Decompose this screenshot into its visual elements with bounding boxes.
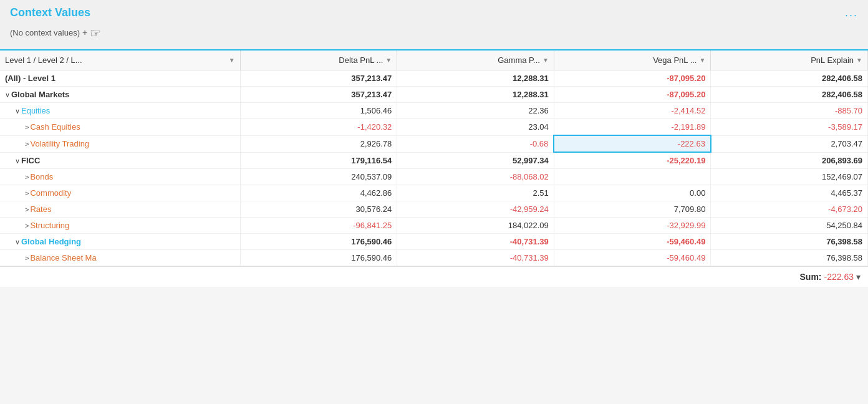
cell-delta-volatility-trading: 2,926.78 [240, 135, 397, 152]
cell-level-cash-equities: > Cash Equities [0, 119, 240, 136]
cell-level-rates: > Rates [0, 201, 240, 218]
collapse-icon[interactable]: ∨ [15, 238, 20, 246]
expand-icon[interactable]: > [25, 173, 29, 181]
cell-pnl-all-level1: 282,406.58 [711, 70, 868, 87]
cell-pnl-commodity: 4,465.37 [711, 185, 868, 201]
col-header-pnl[interactable]: PnL Explain ▼ [711, 50, 868, 70]
sum-dropdown[interactable]: ▾ [856, 272, 861, 282]
cell-vega-volatility-trading[interactable]: -222.63 [554, 135, 711, 152]
cell-vega-equities: -2,414.52 [554, 103, 711, 119]
context-header: Context Values ... [10, 6, 858, 19]
top-section: Context Values ... (No context values) +… [0, 0, 868, 50]
col-header-vega[interactable]: Vega PnL ... ▼ [554, 50, 711, 70]
col-dropdown-level[interactable]: ▼ [229, 57, 235, 64]
level-label: Global Markets [11, 90, 69, 99]
cell-pnl-bonds: 152,469.07 [711, 169, 868, 185]
expand-icon[interactable]: > [25, 254, 29, 262]
cell-gamma-global-markets: 12,288.31 [397, 87, 554, 103]
collapse-icon[interactable]: ∨ [5, 91, 10, 99]
expand-icon[interactable]: > [25, 206, 29, 213]
cell-gamma-equities: 22.36 [397, 103, 554, 119]
table-row: ∨ Global Hedging176,590.46-40,731.39-59,… [0, 234, 868, 250]
cell-pnl-balance-sheet-ma: 76,398.58 [711, 250, 868, 266]
level-label[interactable]: Rates [30, 204, 51, 214]
level-label[interactable]: Global Hedging [21, 237, 81, 246]
no-context-row: (No context values) + ☞ [10, 24, 858, 41]
level-label[interactable]: Equities [21, 106, 50, 115]
cell-vega-bonds [554, 169, 711, 185]
col-header-delta[interactable]: Delta PnL ... ▼ [240, 50, 397, 70]
cell-level-global-hedging: ∨ Global Hedging [0, 234, 240, 250]
cell-vega-structuring: -32,929.99 [554, 218, 711, 234]
level-label[interactable]: Bonds [30, 172, 53, 181]
expand-icon[interactable]: > [25, 190, 29, 197]
sum-bar: Sum: -222.63 ▾ [0, 266, 868, 287]
cell-gamma-rates: -42,959.24 [397, 201, 554, 218]
cell-vega-cash-equities: -2,191.89 [554, 119, 711, 136]
level-label[interactable]: Balance Sheet Ma [30, 253, 96, 262]
expand-icon[interactable]: > [25, 140, 29, 148]
cell-vega-commodity: 0.00 [554, 185, 711, 201]
table-header-row: Level 1 / Level 2 / L... ▼ Delta PnL ...… [0, 50, 868, 70]
table-row: > Volatility Trading2,926.78-0.68-222.63… [0, 135, 868, 152]
table-section: Level 1 / Level 2 / L... ▼ Delta PnL ...… [0, 50, 868, 266]
cell-gamma-global-hedging: -40,731.39 [397, 234, 554, 250]
cell-vega-ficc: -25,220.19 [554, 152, 711, 169]
no-context-label: (No context values) [10, 28, 80, 37]
collapse-icon[interactable]: ∨ [15, 157, 20, 165]
sum-label: Sum: [800, 272, 822, 282]
cell-delta-bonds: 240,537.09 [240, 169, 397, 185]
cell-gamma-commodity: 2.51 [397, 185, 554, 201]
col-dropdown-delta[interactable]: ▼ [385, 57, 392, 64]
expand-icon[interactable]: > [25, 222, 29, 229]
col-dropdown-gamma[interactable]: ▼ [542, 57, 549, 64]
cell-delta-global-markets: 357,213.47 [240, 87, 397, 103]
expand-icon[interactable]: > [25, 123, 29, 131]
cell-pnl-cash-equities: -3,589.17 [711, 119, 868, 136]
col-header-level[interactable]: Level 1 / Level 2 / L... ▼ [0, 50, 240, 70]
cell-level-ficc: ∨ FICC [0, 152, 240, 169]
cell-level-commodity: > Commodity [0, 185, 240, 201]
cell-pnl-global-hedging: 76,398.58 [711, 234, 868, 250]
cell-vega-global-hedging: -59,460.49 [554, 234, 711, 250]
cell-delta-commodity: 4,462.86 [240, 185, 397, 201]
cell-vega-rates: 7,709.80 [554, 201, 711, 218]
table-row: ∨ Equities1,506.4622.36-2,414.52-885.70 [0, 103, 868, 119]
cell-delta-all-level1: 357,213.47 [240, 70, 397, 87]
col-header-gamma[interactable]: Gamma P... ▼ [397, 50, 554, 70]
cell-gamma-ficc: 52,997.34 [397, 152, 554, 169]
level-label[interactable]: Structuring [30, 221, 69, 230]
table-row: ∨ Global Markets357,213.4712,288.31-87,0… [0, 87, 868, 103]
cell-level-equities: ∨ Equities [0, 103, 240, 119]
add-context-button[interactable]: + [82, 27, 87, 37]
cell-vega-global-markets: -87,095.20 [554, 87, 711, 103]
cell-level-global-markets: ∨ Global Markets [0, 87, 240, 103]
level-label: FICC [21, 156, 40, 165]
level-label[interactable]: Volatility Trading [30, 139, 89, 148]
cell-level-bonds: > Bonds [0, 169, 240, 185]
more-icon[interactable]: ... [845, 6, 858, 19]
cursor-icon: ☞ [90, 26, 101, 41]
cell-gamma-volatility-trading: -0.68 [397, 135, 554, 152]
cell-level-volatility-trading: > Volatility Trading [0, 135, 240, 152]
cell-level-structuring: > Structuring [0, 218, 240, 234]
table-row: (All) - Level 1357,213.4712,288.31-87,09… [0, 70, 868, 87]
cell-gamma-cash-equities: 23.04 [397, 119, 554, 136]
cell-level-balance-sheet-ma: > Balance Sheet Ma [0, 250, 240, 266]
cell-delta-cash-equities: -1,420.32 [240, 119, 397, 136]
cell-pnl-structuring: 54,250.84 [711, 218, 868, 234]
cell-level-all-level1: (All) - Level 1 [0, 70, 240, 87]
cell-gamma-balance-sheet-ma: -40,731.39 [397, 250, 554, 266]
level-label[interactable]: Cash Equities [30, 122, 80, 132]
table-row: > Commodity4,462.862.510.004,465.37 [0, 185, 868, 201]
collapse-icon[interactable]: ∨ [15, 107, 20, 115]
cell-delta-global-hedging: 176,590.46 [240, 234, 397, 250]
level-label[interactable]: Commodity [30, 188, 71, 198]
cell-vega-balance-sheet-ma: -59,460.49 [554, 250, 711, 266]
cell-delta-structuring: -96,841.25 [240, 218, 397, 234]
col-dropdown-pnl[interactable]: ▼ [856, 57, 862, 64]
col-dropdown-vega[interactable]: ▼ [699, 57, 705, 64]
cell-pnl-ficc: 206,893.69 [711, 152, 868, 169]
level-label: (All) - Level 1 [5, 74, 55, 83]
cell-delta-equities: 1,506.46 [240, 103, 397, 119]
